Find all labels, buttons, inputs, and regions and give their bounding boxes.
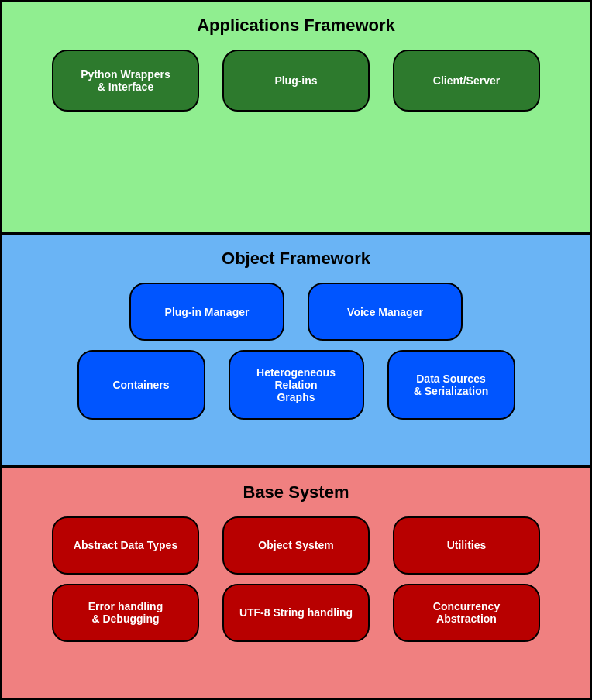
concurrency-abstraction-box: Concurrency Abstraction [393, 584, 540, 642]
base-system-row1: Abstract Data Types Object System Utilit… [17, 516, 575, 575]
data-sources-box: Data Sources& Serialization [387, 350, 515, 420]
base-system-title: Base System [243, 482, 349, 503]
object-system-box: Object System [222, 516, 370, 575]
plugin-manager-box: Plug-in Manager [129, 283, 284, 341]
obj-framework-layer: Object Framework Plug-in Manager Voice M… [0, 233, 592, 466]
base-system-layer: Base System Abstract Data Types Object S… [0, 467, 592, 700]
voice-manager-box: Voice Manager [308, 283, 463, 341]
error-handling-box: Error handling& Debugging [52, 584, 199, 642]
obj-framework-row1: Plug-in Manager Voice Manager [17, 283, 575, 341]
obj-framework-row2: Containers HeterogeneousRelationGraphs D… [17, 350, 575, 420]
app-framework-layer: Applications Framework Python Wrappers& … [0, 0, 592, 233]
utf8-string-box: UTF-8 String handling [222, 584, 370, 642]
app-framework-row: Python Wrappers& Interface Plug-ins Clie… [17, 50, 575, 112]
heterogeneous-relation-graphs-box: HeterogeneousRelationGraphs [229, 350, 364, 420]
utilities-box: Utilities [393, 516, 540, 575]
obj-framework-title: Object Framework [222, 249, 370, 269]
client-server-box: Client/Server [393, 50, 540, 112]
app-framework-title: Applications Framework [197, 15, 395, 36]
containers-box: Containers [77, 350, 205, 420]
python-wrappers-box: Python Wrappers& Interface [52, 50, 199, 112]
base-system-row2: Error handling& Debugging UTF-8 String h… [17, 584, 575, 642]
abstract-data-types-box: Abstract Data Types [52, 516, 199, 575]
plugins-box: Plug-ins [222, 50, 370, 112]
